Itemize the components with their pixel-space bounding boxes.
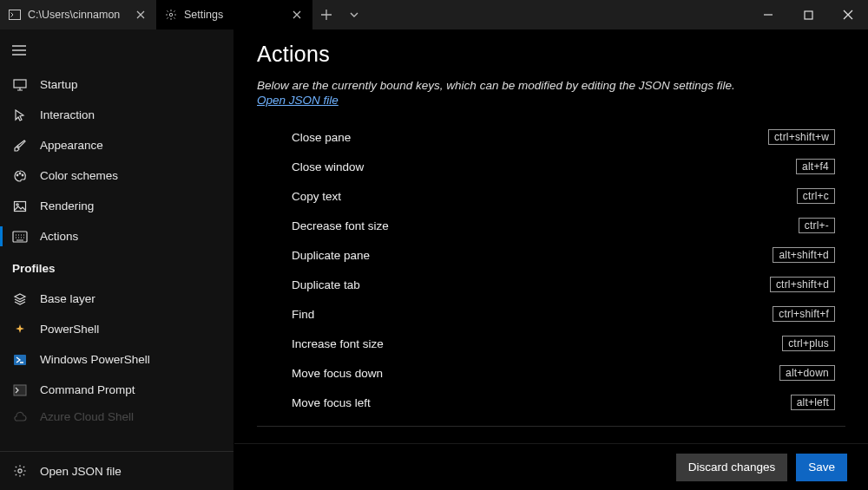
sidebar-item-label: Startup — [40, 78, 78, 91]
tab-label: C:\Users\cinnamon — [28, 9, 127, 21]
cloud-icon — [12, 409, 28, 425]
action-row: Move focus down alt+down — [257, 358, 845, 388]
tab-terminal[interactable]: C:\Users\cinnamon — [0, 0, 156, 29]
svg-point-5 — [19, 173, 21, 174]
svg-rect-7 — [15, 201, 26, 211]
action-label: Duplicate pane — [292, 249, 773, 262]
palette-icon — [12, 168, 28, 184]
new-tab-button[interactable] — [312, 0, 340, 29]
shortcut-badge: ctrl+c — [797, 188, 835, 204]
action-label: Move focus down — [292, 367, 779, 380]
image-icon — [12, 199, 28, 214]
action-row: Find ctrl+shift+f — [257, 299, 845, 329]
tab-dropdown-button[interactable] — [340, 0, 368, 29]
title-bar: C:\Users\cinnamon Settings — [0, 0, 868, 29]
shortcut-badge: ctrl+shift+f — [773, 306, 835, 322]
svg-rect-2 — [805, 11, 812, 19]
monitor-icon — [12, 77, 28, 93]
divider — [257, 426, 845, 427]
footer-bar: Discard changes Save — [234, 443, 868, 490]
minimize-button[interactable] — [748, 0, 788, 29]
action-row: Decrease font size ctrl+- — [257, 211, 845, 240]
sidebar-item-label: Azure Cloud Shell — [40, 410, 134, 423]
svg-point-1 — [169, 13, 173, 16]
svg-point-12 — [18, 469, 22, 473]
sidebar-item-label: Actions — [40, 230, 78, 243]
sidebar-item-base-layer[interactable]: Base layer — [0, 284, 233, 314]
sidebar-item-label: Windows PowerShell — [40, 353, 150, 366]
sidebar-item-windows-powershell[interactable]: Windows PowerShell — [0, 344, 233, 375]
sidebar-item-rendering[interactable]: Rendering — [0, 191, 233, 221]
action-label: Close pane — [292, 131, 768, 144]
page-subtext: Below are the currently bound keys, whic… — [257, 79, 845, 92]
sidebar-item-label: Color schemes — [40, 169, 118, 182]
sidebar-item-label: PowerShell — [40, 323, 99, 336]
shortcut-badge: alt+down — [779, 365, 835, 381]
keyboard-icon — [12, 229, 28, 245]
hamburger-button[interactable] — [0, 35, 38, 66]
save-button[interactable]: Save — [796, 454, 847, 481]
discard-button[interactable]: Discard changes — [676, 454, 788, 481]
pointer-icon — [12, 108, 28, 123]
sidebar-item-actions[interactable]: Actions — [0, 221, 233, 252]
shortcut-badge: alt+left — [791, 395, 835, 410]
sidebar-item-label: Appearance — [40, 139, 103, 152]
svg-rect-11 — [14, 385, 26, 395]
action-row: Duplicate pane alt+shift+d — [257, 240, 845, 270]
window-controls — [748, 0, 868, 29]
sidebar-item-powershell[interactable]: PowerShell — [0, 314, 233, 344]
gear-icon — [165, 9, 177, 21]
tab-settings[interactable]: Settings — [156, 0, 312, 29]
svg-rect-3 — [14, 80, 26, 88]
close-window-button[interactable] — [828, 0, 868, 29]
sparkle-icon — [12, 322, 28, 337]
action-row: Copy text ctrl+c — [257, 181, 845, 211]
shortcut-badge: alt+f4 — [796, 159, 835, 174]
shortcut-badge: ctrl+plus — [782, 336, 835, 351]
action-row: Close pane ctrl+shift+w — [257, 122, 845, 152]
sidebar: Startup Interaction Appearance — [0, 29, 234, 490]
svg-point-4 — [16, 174, 18, 176]
tab-strip: C:\Users\cinnamon Settings — [0, 0, 748, 29]
sidebar-item-azure-cloud-shell[interactable]: Azure Cloud Shell — [0, 402, 233, 432]
powershell-icon — [12, 352, 28, 368]
action-row: Duplicate tab ctrl+shift+d — [257, 270, 845, 299]
svg-point-6 — [22, 174, 23, 176]
sidebar-item-label: Command Prompt — [40, 383, 135, 396]
sidebar-item-label: Interaction — [40, 108, 95, 121]
sidebar-item-appearance[interactable]: Appearance — [0, 130, 233, 160]
cmd-icon — [12, 382, 28, 398]
action-label: Duplicate tab — [292, 278, 770, 291]
layers-icon — [12, 291, 28, 307]
sidebar-item-startup[interactable]: Startup — [0, 69, 233, 100]
open-json-link[interactable]: Open JSON file — [257, 94, 339, 107]
action-label: Move focus left — [292, 396, 791, 409]
action-row: Close window alt+f4 — [257, 152, 845, 181]
action-label: Decrease font size — [292, 219, 799, 232]
close-icon[interactable] — [290, 8, 304, 22]
svg-point-8 — [16, 203, 18, 205]
sidebar-item-label: Base layer — [40, 292, 95, 305]
action-label: Increase font size — [292, 337, 782, 350]
tab-label: Settings — [184, 9, 283, 21]
shortcut-badge: alt+shift+d — [773, 247, 835, 263]
sidebar-item-command-prompt[interactable]: Command Prompt — [0, 375, 233, 405]
brush-icon — [12, 138, 28, 154]
action-row: Increase font size ctrl+plus — [257, 329, 845, 358]
shortcut-badge: ctrl+shift+d — [770, 277, 835, 292]
action-label: Copy text — [292, 190, 797, 203]
maximize-button[interactable] — [788, 0, 828, 29]
terminal-icon — [9, 9, 21, 21]
gear-icon — [12, 463, 28, 479]
sidebar-item-color-schemes[interactable]: Color schemes — [0, 160, 233, 191]
actions-list: Close pane ctrl+shift+w Close window alt… — [257, 122, 845, 417]
action-label: Find — [292, 308, 773, 321]
action-label: Close window — [292, 160, 796, 173]
profiles-heading: Profiles — [0, 252, 233, 280]
sidebar-item-label: Open JSON file — [40, 465, 122, 478]
shortcut-badge: ctrl+- — [799, 218, 835, 233]
sidebar-item-interaction[interactable]: Interaction — [0, 100, 233, 130]
sidebar-open-json-file[interactable]: Open JSON file — [0, 452, 233, 490]
main-content: Actions Below are the currently bound ke… — [234, 29, 868, 490]
close-icon[interactable] — [134, 8, 148, 22]
